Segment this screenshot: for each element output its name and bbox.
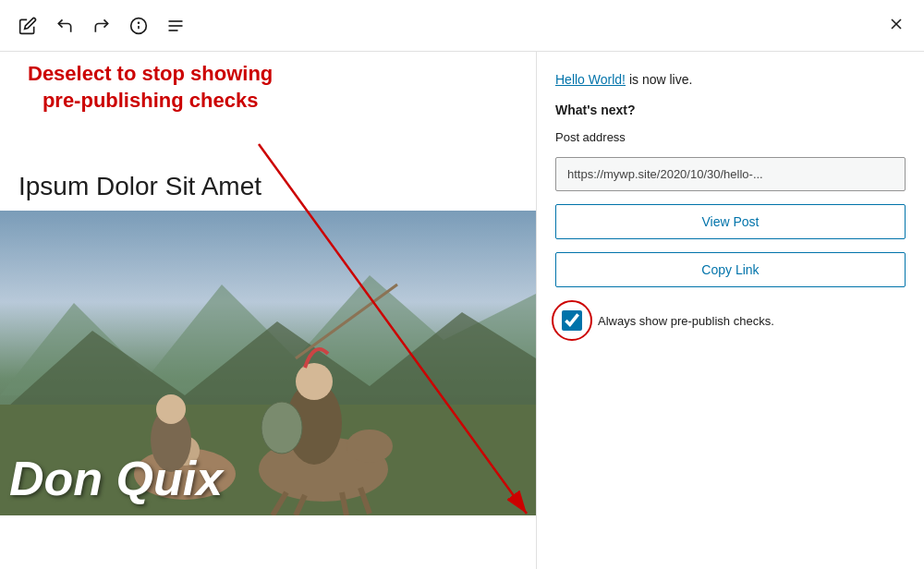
url-field: https://mywp.site/2020/10/30/hello-... <box>555 157 906 191</box>
main-content: Deselect to stop showing pre-publishing … <box>0 52 924 569</box>
svg-point-26 <box>156 394 186 424</box>
checkbox-label: Always show pre-publish checks. <box>598 314 774 328</box>
list-icon[interactable] <box>163 13 188 39</box>
annotation-line2: pre-publishing checks <box>28 88 273 115</box>
annotation-line1: Deselect to stop showing <box>28 61 273 88</box>
post-address-section: Post address <box>555 130 906 144</box>
hello-world-link[interactable]: Hello World! <box>555 72 626 87</box>
pre-publish-checkbox[interactable] <box>562 310 582 331</box>
view-post-button[interactable]: View Post <box>555 204 906 239</box>
copy-link-button[interactable]: Copy Link <box>555 252 906 287</box>
post-image: Don Quix <box>0 211 536 515</box>
undo-icon[interactable] <box>52 13 78 39</box>
post-title: Ipsum Dolor Sit Amet <box>18 172 517 201</box>
checkbox-row: Always show pre-publish checks. <box>555 304 906 337</box>
svg-point-14 <box>346 430 393 463</box>
svg-point-18 <box>261 402 302 454</box>
redo-icon[interactable] <box>89 13 115 39</box>
svg-point-16 <box>296 363 333 400</box>
live-message-text: is now live. <box>626 72 692 87</box>
close-icon[interactable] <box>883 11 909 37</box>
painting-background: Don Quix <box>0 211 536 515</box>
post-address-label: Post address <box>555 130 906 144</box>
toolbar-left <box>15 13 188 39</box>
post-title-area: Ipsum Dolor Sit Amet <box>0 153 536 211</box>
whats-next-heading: What's next? <box>555 103 906 117</box>
right-panel: Hello World! is now live. What's next? P… <box>536 52 924 569</box>
left-panel: Deselect to stop showing pre-publishing … <box>0 52 536 569</box>
annotation: Deselect to stop showing pre-publishing … <box>28 61 273 114</box>
live-message: Hello World! is now live. <box>555 70 906 90</box>
info-icon[interactable] <box>126 13 152 39</box>
checkbox-container <box>555 304 589 337</box>
painting-title-text: Don Quix <box>9 451 223 506</box>
toolbar <box>0 0 924 52</box>
pencil-icon[interactable] <box>15 13 41 39</box>
